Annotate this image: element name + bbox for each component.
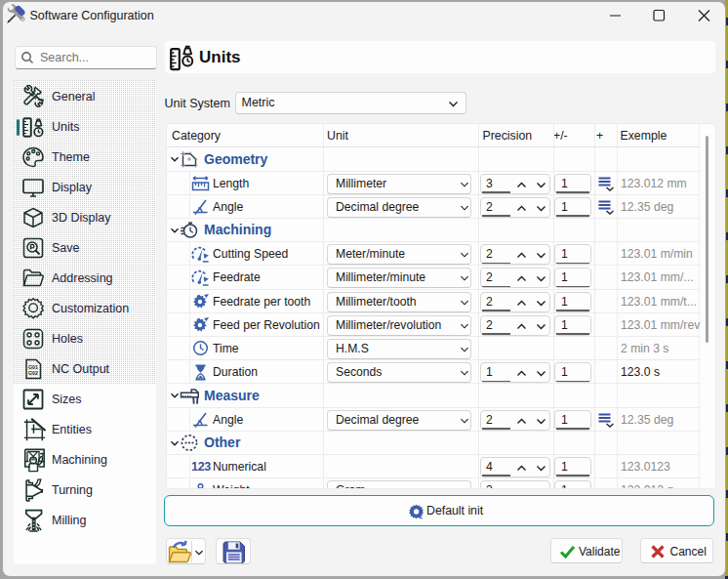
svg-text:123: 123 [191, 460, 211, 474]
svg-text:G02: G02 [28, 370, 38, 376]
